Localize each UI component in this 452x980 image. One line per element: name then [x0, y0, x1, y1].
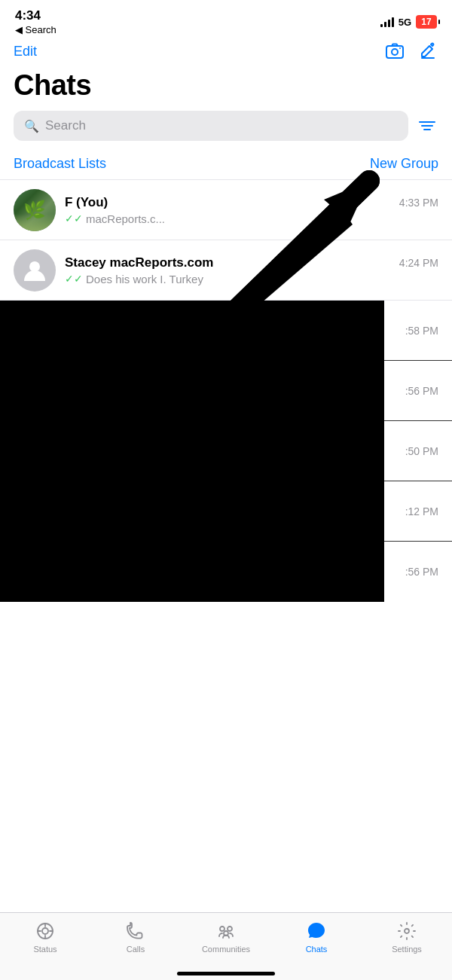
tab-bar: Status Calls Communities: [0, 912, 452, 980]
header-icons: [384, 41, 438, 62]
communities-icon: [215, 920, 237, 942]
signal-bar-3: [388, 20, 390, 27]
tab-status[interactable]: Status: [15, 920, 75, 954]
chat-item-2[interactable]: Stacey macReports.com 4:24 PM ✓✓ Does hi…: [0, 240, 452, 301]
filter-line-3: [423, 129, 431, 130]
svg-point-1: [392, 49, 398, 55]
header: Edit: [0, 38, 452, 68]
network-type: 5G: [399, 17, 411, 28]
page-title: Chats: [0, 68, 452, 111]
avatar-default-2: [14, 249, 56, 292]
broadcast-row: Broadcast Lists New Group: [0, 151, 452, 180]
obscured-chat-region: :58 PM :56 PM :50 PM :12 PM :56 PM: [0, 301, 452, 602]
double-check-1: ✓✓: [65, 212, 83, 224]
svg-point-10: [42, 928, 48, 934]
chat-time-1: 4:33 PM: [399, 197, 438, 209]
search-placeholder: Search: [45, 118, 86, 133]
tab-communities[interactable]: Communities: [196, 920, 256, 954]
double-check-2: ✓✓: [65, 273, 83, 285]
tab-calls[interactable]: Calls: [105, 920, 166, 954]
tab-chats-label: Chats: [306, 945, 328, 954]
status-time: 4:34: [15, 8, 41, 23]
obscured-time-3: :58 PM: [405, 325, 438, 337]
chat-time-2: 4:24 PM: [399, 257, 438, 269]
chat-preview-2: ✓✓ Does his work I. Turkey: [65, 273, 438, 285]
tab-communities-label: Communities: [202, 945, 250, 954]
svg-point-16: [228, 927, 232, 931]
search-bar-container: 🔍 Search: [0, 111, 452, 141]
avatar-nature-image: [14, 189, 56, 231]
preview-text-2: Does his work I. Turkey: [86, 273, 203, 285]
battery-indicator: 17: [416, 15, 437, 29]
signal-bar-4: [392, 17, 394, 27]
camera-button[interactable]: [384, 41, 405, 62]
status-right: 5G 17: [380, 15, 437, 29]
status-left: 4:34 ◀ Search: [15, 8, 56, 35]
chat-name-row-2: Stacey macReports.com 4:24 PM: [65, 255, 438, 270]
preview-text-1: macReports.c...: [86, 212, 165, 225]
filter-line-2: [421, 125, 433, 127]
filter-button[interactable]: [416, 118, 438, 133]
obscured-time-4: :56 PM: [405, 385, 438, 397]
obscured-time-7: :56 PM: [405, 566, 438, 578]
signal-bar-2: [384, 22, 386, 27]
compose-icon: [418, 41, 438, 61]
chat-info-1: F (You) 4:33 PM ✓✓ macReports.c...: [65, 195, 438, 225]
search-bar[interactable]: 🔍 Search: [14, 111, 408, 141]
new-group-link[interactable]: New Group: [370, 156, 438, 172]
svg-point-15: [220, 927, 224, 931]
chat-name-1: F (You): [65, 195, 108, 210]
chat-list: F (You) 4:33 PM ✓✓ macReports.c... Stace…: [0, 180, 452, 602]
status-bar: 4:34 ◀ Search 5G 17: [0, 0, 452, 38]
calls-icon: [125, 920, 146, 942]
status-back[interactable]: ◀ Search: [15, 24, 56, 35]
chat-name-row-1: F (You) 4:33 PM: [65, 195, 438, 210]
svg-point-4: [29, 261, 40, 272]
tab-status-label: Status: [33, 945, 56, 954]
settings-icon: [396, 920, 417, 942]
search-icon: 🔍: [24, 119, 39, 133]
chat-info-2: Stacey macReports.com 4:24 PM ✓✓ Does hi…: [65, 255, 438, 285]
signal-bars: [380, 17, 394, 27]
tab-calls-label: Calls: [127, 945, 145, 954]
edit-button[interactable]: Edit: [14, 44, 37, 60]
chat-name-2: Stacey macReports.com: [65, 255, 213, 270]
home-indicator: [177, 972, 275, 975]
tab-settings[interactable]: Settings: [377, 920, 437, 954]
battery-level: 17: [421, 17, 431, 27]
svg-point-2: [399, 47, 401, 49]
camera-icon: [385, 41, 405, 61]
default-person-icon: [21, 257, 48, 284]
tab-settings-label: Settings: [392, 945, 422, 954]
tab-chats[interactable]: Chats: [286, 920, 347, 954]
status-icon: [35, 920, 56, 942]
chat-item-1[interactable]: F (You) 4:33 PM ✓✓ macReports.c...: [0, 180, 452, 240]
chat-preview-1: ✓✓ macReports.c...: [65, 212, 438, 225]
avatar-2: [14, 249, 56, 292]
broadcast-lists-link[interactable]: Broadcast Lists: [14, 156, 106, 172]
compose-button[interactable]: [417, 41, 438, 62]
obscured-time-6: :12 PM: [405, 505, 438, 517]
svg-point-18: [405, 929, 409, 933]
filter-line-1: [419, 121, 435, 123]
obscured-time-5: :50 PM: [405, 445, 438, 457]
signal-bar-1: [380, 24, 383, 27]
black-overlay: [0, 301, 384, 602]
avatar-1: [14, 189, 56, 231]
chats-icon: [306, 920, 327, 942]
